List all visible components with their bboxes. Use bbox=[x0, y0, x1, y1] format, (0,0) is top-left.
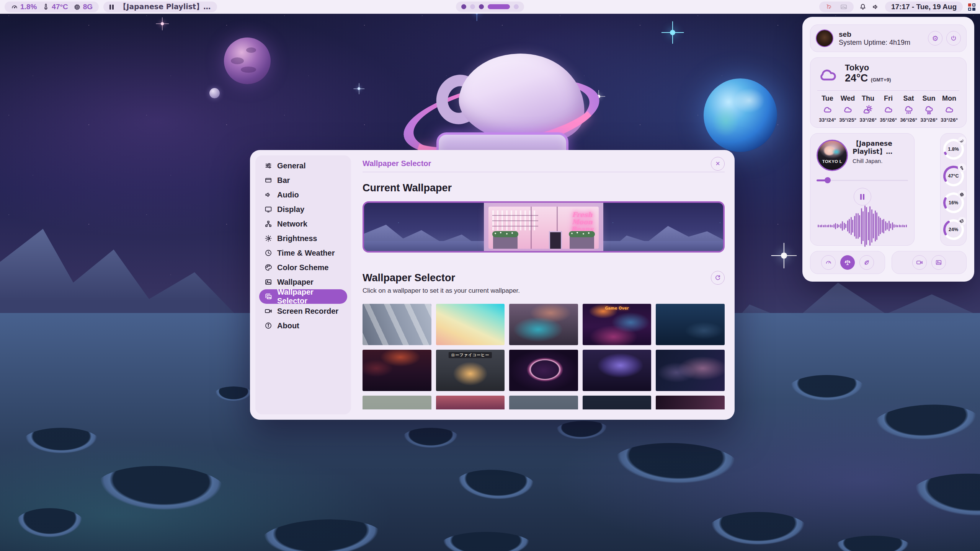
workspace-dot-empty[interactable] bbox=[514, 4, 519, 9]
media-player-card: TOKYO L 【Japanese Playlist】 Japan All Ni… bbox=[810, 133, 915, 246]
current-wallpaper-preview: Fresh Moon Beans bbox=[363, 201, 725, 253]
close-button[interactable]: × bbox=[711, 157, 725, 171]
sidebar-item-label: Audio bbox=[277, 191, 299, 199]
selector-heading: Wallpaper Selector bbox=[363, 271, 455, 284]
info-icon bbox=[265, 322, 272, 329]
user-card: seb System Uptime: 4h19m ⚙ bbox=[810, 24, 967, 52]
chip-icon bbox=[74, 3, 81, 11]
memory-stat: 8G bbox=[74, 3, 93, 11]
forecast-day-thu: Thu 33°/26° bbox=[858, 95, 878, 123]
clock-pill[interactable]: 17:17 - Tue, 19 Aug bbox=[885, 2, 963, 12]
system-stats-card: 1.8% 47°C 16% 24% bbox=[940, 133, 967, 246]
crater bbox=[214, 386, 253, 402]
crater bbox=[455, 468, 537, 503]
workspace-dot-active[interactable] bbox=[488, 4, 510, 9]
sun-cloud-icon bbox=[862, 104, 874, 116]
image-tray-icon bbox=[840, 3, 848, 11]
album-art-text: TOKYO L bbox=[818, 159, 847, 164]
sidebar-item-color-scheme[interactable]: Color Scheme bbox=[259, 260, 347, 275]
crater bbox=[708, 512, 808, 546]
tray-screenshot-icon[interactable] bbox=[840, 3, 848, 11]
scales-icon bbox=[844, 259, 851, 266]
crater bbox=[789, 375, 865, 402]
screen-record-button[interactable] bbox=[912, 255, 927, 270]
sidebar-item-about[interactable]: About bbox=[259, 318, 347, 333]
sidebar-item-time-weather[interactable]: Time & Weather bbox=[259, 246, 347, 260]
workspace-dot-occupied[interactable] bbox=[461, 4, 466, 9]
forecast-day-sun: Sun 33°/26° bbox=[919, 95, 939, 123]
notifications-bell-icon[interactable] bbox=[859, 3, 867, 11]
sidebar-item-label: Bar bbox=[277, 176, 290, 185]
image-icon bbox=[265, 278, 272, 286]
wallpaper-thumbnail-ember-ridge[interactable] bbox=[363, 350, 431, 391]
settings-button[interactable]: ⚙ bbox=[928, 31, 942, 46]
wallpaper-thumbnail-lofi-cafe[interactable]: ローファイコーヒー bbox=[436, 350, 505, 391]
sidebar-item-label: Network bbox=[277, 220, 307, 228]
wallpaper-thumbnail-crimson-forest[interactable] bbox=[436, 396, 505, 409]
monitor-icon bbox=[265, 205, 272, 213]
wallpaper-thumbnail-plum-dusk[interactable] bbox=[656, 396, 725, 409]
wallpaper-thumbnail-nebula-forest[interactable] bbox=[583, 350, 652, 391]
leaf-icon bbox=[863, 259, 870, 266]
system-stats-pill[interactable]: 1.8% 47°C 8G bbox=[5, 2, 99, 12]
power-button[interactable] bbox=[946, 31, 961, 46]
sidebar-item-wallpaper-selector[interactable]: Wallpaper Selector bbox=[259, 289, 347, 304]
sidebar-item-audio[interactable]: Audio bbox=[259, 187, 347, 202]
forecast-day-wed: Wed 35°/25° bbox=[838, 95, 858, 123]
wallpaper-thumbnail-winter-night[interactable] bbox=[656, 304, 725, 345]
wallpaper-thumbnail-midnight-blue[interactable] bbox=[583, 396, 652, 409]
crater bbox=[260, 517, 384, 551]
current-wallpaper-heading: Current Wallpaper bbox=[363, 181, 725, 194]
sidebar-item-label: Wallpaper bbox=[277, 278, 314, 287]
wallpaper-thumbnail-anime-street[interactable] bbox=[363, 304, 431, 345]
sidebar-item-display[interactable]: Display bbox=[259, 202, 347, 217]
bright-star bbox=[161, 22, 164, 25]
sidebar-item-network[interactable]: Network bbox=[259, 217, 347, 231]
wallpaper-thumbnail-neon-arcade[interactable]: Game Over bbox=[583, 304, 652, 345]
window-titlebar: Wallpaper Selector × bbox=[363, 155, 725, 172]
cafe-door-frame bbox=[531, 207, 532, 249]
wallpaper-thumbnail-slate-fog[interactable] bbox=[509, 396, 578, 409]
cafe-storefront: Fresh Moon Beans bbox=[488, 207, 599, 249]
cpu-usage-ring: 1.8% bbox=[942, 138, 965, 160]
sidebar-item-wallpaper[interactable]: Wallpaper bbox=[259, 275, 347, 289]
media-pill[interactable]: 【Japanese Playlist】 J... bbox=[103, 2, 217, 12]
wallpaper-thumbnail-pastel-gradient[interactable] bbox=[436, 304, 505, 345]
dashboard-launcher-icon[interactable] bbox=[968, 3, 975, 11]
settings-sidebar: General Bar Audio Display Network Bright… bbox=[255, 155, 351, 414]
performance-profile-button[interactable] bbox=[821, 255, 836, 270]
workspace-dots[interactable] bbox=[456, 2, 524, 12]
wallpaper-thumbnail-aurora-blur[interactable] bbox=[509, 304, 578, 345]
user-name: seb bbox=[839, 30, 910, 39]
media-artist: Chill Japan. bbox=[853, 158, 908, 164]
workspace-dot-occupied[interactable] bbox=[479, 4, 484, 9]
gauge-icon bbox=[958, 137, 966, 145]
wallpaper-shortcut-button[interactable] bbox=[931, 255, 946, 270]
sidebar-item-screen-recorder[interactable]: Screen Recorder bbox=[259, 304, 347, 318]
memory-value: 8G bbox=[83, 3, 93, 11]
thumbnail-sign-text: Game Over bbox=[605, 306, 629, 310]
balanced-profile-button[interactable] bbox=[840, 255, 855, 270]
play-pause-button[interactable] bbox=[854, 188, 871, 205]
media-progress-slider[interactable] bbox=[817, 177, 908, 183]
sidebar-item-brightness[interactable]: Brightness bbox=[259, 231, 347, 246]
powersaver-profile-button[interactable] bbox=[859, 255, 874, 270]
bright-star bbox=[781, 253, 787, 259]
thermometer-icon bbox=[958, 163, 966, 172]
sidebar-item-bar[interactable]: Bar bbox=[259, 173, 347, 187]
slider-knob[interactable] bbox=[825, 177, 831, 183]
wallpaper-thumbnail-black-hole[interactable] bbox=[509, 350, 578, 391]
wallpaper-thumbnail-misty-gray[interactable] bbox=[363, 396, 431, 409]
forecast-day-fri: Fri 35°/26° bbox=[878, 95, 898, 123]
tray-app-icon[interactable] bbox=[825, 3, 833, 11]
top-bar: 1.8% 47°C 8G 【Japanese Playlist】 J... bbox=[0, 0, 980, 14]
temperature-ring: 47°C bbox=[942, 165, 965, 187]
workspace-dot-empty[interactable] bbox=[470, 4, 475, 9]
wallpaper-thumbnail-particle-wave[interactable] bbox=[656, 350, 725, 391]
volume-icon[interactable] bbox=[872, 3, 880, 11]
tray-cat-icon bbox=[825, 3, 833, 11]
refresh-button[interactable] bbox=[711, 271, 725, 285]
dashboard-panel: seb System Uptime: 4h19m ⚙ Tokyo 24°C (G… bbox=[802, 17, 974, 282]
sidebar-item-general[interactable]: General bbox=[259, 158, 347, 173]
settings-scroll-area[interactable]: Current Wallpaper Fresh Moon Beans bbox=[363, 172, 725, 409]
